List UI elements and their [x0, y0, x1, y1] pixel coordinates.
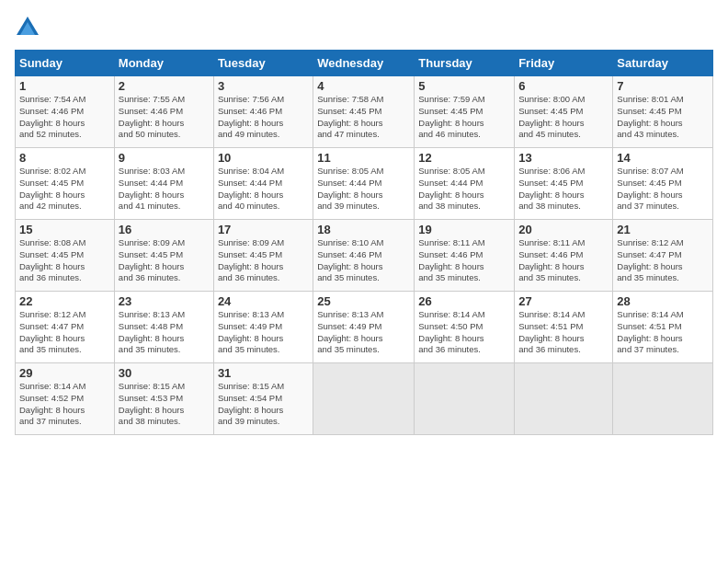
day-info: Sunrise: 7:56 AM Sunset: 4:46 PM Dayligh… — [218, 94, 309, 141]
day-info: Sunrise: 8:09 AM Sunset: 4:45 PM Dayligh… — [218, 237, 309, 284]
day-number: 9 — [119, 151, 210, 165]
day-number: 29 — [19, 366, 110, 380]
day-info: Sunrise: 8:13 AM Sunset: 4:49 PM Dayligh… — [218, 309, 309, 356]
day-cell: 24Sunrise: 8:13 AM Sunset: 4:49 PM Dayli… — [213, 292, 313, 363]
day-cell: 30Sunrise: 8:15 AM Sunset: 4:53 PM Dayli… — [114, 363, 213, 435]
day-cell: 28Sunrise: 8:14 AM Sunset: 4:51 PM Dayli… — [613, 292, 713, 363]
day-number: 14 — [617, 151, 709, 165]
calendar-body: 1Sunrise: 7:54 AM Sunset: 4:46 PM Daylig… — [16, 76, 713, 435]
day-cell: 22Sunrise: 8:12 AM Sunset: 4:47 PM Dayli… — [16, 292, 115, 363]
day-number: 27 — [518, 294, 609, 308]
day-info: Sunrise: 7:54 AM Sunset: 4:46 PM Dayligh… — [19, 94, 110, 141]
week-row-2: 8Sunrise: 8:02 AM Sunset: 4:45 PM Daylig… — [16, 148, 713, 220]
day-cell: 19Sunrise: 8:11 AM Sunset: 4:46 PM Dayli… — [415, 220, 515, 292]
day-cell: 29Sunrise: 8:14 AM Sunset: 4:52 PM Dayli… — [16, 363, 115, 435]
day-info: Sunrise: 8:09 AM Sunset: 4:45 PM Dayligh… — [119, 237, 210, 284]
weekday-header-sunday: Sunday — [16, 51, 115, 76]
day-number: 23 — [119, 294, 210, 308]
day-info: Sunrise: 8:08 AM Sunset: 4:45 PM Dayligh… — [19, 237, 110, 284]
day-info: Sunrise: 8:14 AM Sunset: 4:51 PM Dayligh… — [617, 309, 709, 356]
day-info: Sunrise: 8:14 AM Sunset: 4:52 PM Dayligh… — [19, 381, 110, 428]
day-info: Sunrise: 8:15 AM Sunset: 4:53 PM Dayligh… — [119, 381, 210, 428]
day-cell: 31Sunrise: 8:15 AM Sunset: 4:54 PM Dayli… — [213, 363, 313, 435]
day-info: Sunrise: 8:13 AM Sunset: 4:49 PM Dayligh… — [317, 309, 410, 356]
day-number: 17 — [218, 223, 309, 236]
page-container: SundayMondayTuesdayWednesdayThursdayFrid… — [0, 0, 728, 442]
day-number: 21 — [617, 223, 709, 236]
day-info: Sunrise: 8:05 AM Sunset: 4:44 PM Dayligh… — [418, 166, 510, 213]
day-number: 8 — [19, 151, 110, 165]
day-info: Sunrise: 8:11 AM Sunset: 4:46 PM Dayligh… — [518, 237, 609, 284]
day-number: 19 — [418, 223, 510, 236]
day-number: 3 — [218, 79, 309, 93]
day-cell: 3Sunrise: 7:56 AM Sunset: 4:46 PM Daylig… — [213, 76, 313, 148]
day-number: 16 — [119, 223, 210, 236]
calendar-table: SundayMondayTuesdayWednesdayThursdayFrid… — [15, 50, 713, 435]
day-cell: 17Sunrise: 8:09 AM Sunset: 4:45 PM Dayli… — [213, 220, 313, 292]
weekday-header-monday: Monday — [114, 51, 213, 76]
day-number: 26 — [418, 294, 510, 308]
day-cell — [415, 363, 515, 435]
day-info: Sunrise: 8:00 AM Sunset: 4:45 PM Dayligh… — [518, 94, 609, 141]
day-number: 18 — [317, 223, 410, 236]
day-info: Sunrise: 8:10 AM Sunset: 4:46 PM Dayligh… — [317, 237, 410, 284]
logo — [15, 15, 42, 40]
day-number: 22 — [19, 294, 110, 308]
day-number: 20 — [518, 223, 609, 236]
week-row-5: 29Sunrise: 8:14 AM Sunset: 4:52 PM Dayli… — [16, 363, 713, 435]
day-cell: 1Sunrise: 7:54 AM Sunset: 4:46 PM Daylig… — [16, 76, 115, 148]
day-number: 12 — [418, 151, 510, 165]
day-number: 15 — [19, 223, 110, 236]
day-info: Sunrise: 7:58 AM Sunset: 4:45 PM Dayligh… — [317, 94, 410, 141]
day-number: 25 — [317, 294, 410, 308]
day-info: Sunrise: 8:06 AM Sunset: 4:45 PM Dayligh… — [518, 166, 609, 213]
day-number: 31 — [218, 366, 309, 380]
day-info: Sunrise: 8:14 AM Sunset: 4:50 PM Dayligh… — [418, 309, 510, 356]
weekday-header-wednesday: Wednesday — [313, 51, 415, 76]
day-cell: 8Sunrise: 8:02 AM Sunset: 4:45 PM Daylig… — [16, 148, 115, 220]
day-info: Sunrise: 8:11 AM Sunset: 4:46 PM Dayligh… — [418, 237, 510, 284]
day-cell: 14Sunrise: 8:07 AM Sunset: 4:45 PM Dayli… — [613, 148, 713, 220]
day-cell: 11Sunrise: 8:05 AM Sunset: 4:44 PM Dayli… — [313, 148, 415, 220]
day-cell: 5Sunrise: 7:59 AM Sunset: 4:45 PM Daylig… — [415, 76, 515, 148]
weekday-header-thursday: Thursday — [415, 51, 515, 76]
day-number: 28 — [617, 294, 709, 308]
day-info: Sunrise: 8:05 AM Sunset: 4:44 PM Dayligh… — [317, 166, 410, 213]
weekday-header-tuesday: Tuesday — [213, 51, 313, 76]
day-cell — [515, 363, 613, 435]
day-info: Sunrise: 8:04 AM Sunset: 4:44 PM Dayligh… — [218, 166, 309, 213]
day-cell: 27Sunrise: 8:14 AM Sunset: 4:51 PM Dayli… — [515, 292, 613, 363]
day-number: 10 — [218, 151, 309, 165]
logo-icon — [15, 15, 40, 40]
day-info: Sunrise: 7:55 AM Sunset: 4:46 PM Dayligh… — [119, 94, 210, 141]
day-info: Sunrise: 8:02 AM Sunset: 4:45 PM Dayligh… — [19, 166, 110, 213]
day-number: 7 — [617, 79, 709, 93]
day-number: 4 — [317, 79, 410, 93]
day-cell: 23Sunrise: 8:13 AM Sunset: 4:48 PM Dayli… — [114, 292, 213, 363]
day-info: Sunrise: 8:15 AM Sunset: 4:54 PM Dayligh… — [218, 381, 309, 428]
day-cell: 20Sunrise: 8:11 AM Sunset: 4:46 PM Dayli… — [515, 220, 613, 292]
day-info: Sunrise: 8:07 AM Sunset: 4:45 PM Dayligh… — [617, 166, 709, 213]
day-number: 2 — [119, 79, 210, 93]
day-info: Sunrise: 8:12 AM Sunset: 4:47 PM Dayligh… — [617, 237, 709, 284]
day-cell: 16Sunrise: 8:09 AM Sunset: 4:45 PM Dayli… — [114, 220, 213, 292]
day-number: 6 — [518, 79, 609, 93]
day-cell: 15Sunrise: 8:08 AM Sunset: 4:45 PM Dayli… — [16, 220, 115, 292]
day-cell: 2Sunrise: 7:55 AM Sunset: 4:46 PM Daylig… — [114, 76, 213, 148]
day-cell: 13Sunrise: 8:06 AM Sunset: 4:45 PM Dayli… — [515, 148, 613, 220]
day-cell: 10Sunrise: 8:04 AM Sunset: 4:44 PM Dayli… — [213, 148, 313, 220]
day-number: 24 — [218, 294, 309, 308]
day-info: Sunrise: 8:13 AM Sunset: 4:48 PM Dayligh… — [119, 309, 210, 356]
day-number: 30 — [119, 366, 210, 380]
calendar-header: SundayMondayTuesdayWednesdayThursdayFrid… — [16, 51, 713, 76]
header — [15, 15, 713, 40]
day-cell: 12Sunrise: 8:05 AM Sunset: 4:44 PM Dayli… — [415, 148, 515, 220]
day-cell: 4Sunrise: 7:58 AM Sunset: 4:45 PM Daylig… — [313, 76, 415, 148]
day-number: 1 — [19, 79, 110, 93]
week-row-4: 22Sunrise: 8:12 AM Sunset: 4:47 PM Dayli… — [16, 292, 713, 363]
day-cell: 18Sunrise: 8:10 AM Sunset: 4:46 PM Dayli… — [313, 220, 415, 292]
day-number: 13 — [518, 151, 609, 165]
day-info: Sunrise: 8:01 AM Sunset: 4:45 PM Dayligh… — [617, 94, 709, 141]
day-cell: 9Sunrise: 8:03 AM Sunset: 4:44 PM Daylig… — [114, 148, 213, 220]
weekday-header-row: SundayMondayTuesdayWednesdayThursdayFrid… — [16, 51, 713, 76]
